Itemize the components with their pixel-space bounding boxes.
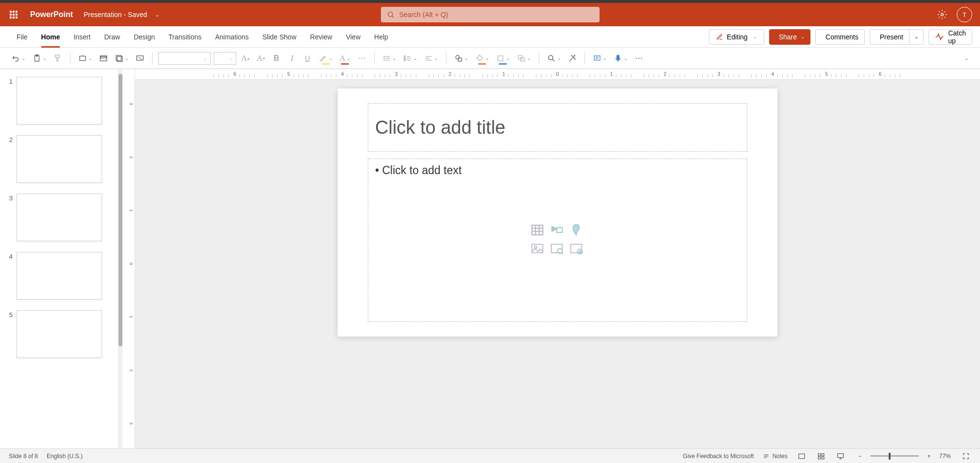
zoom-slider[interactable] [870,455,919,457]
tab-slideshow[interactable]: Slide Show [256,26,303,48]
design-ideas-button[interactable]: ⌄ [591,51,609,66]
ribbon-toolbar: ⌄ ⌄ ⌄ ⌄ ⌄ ⌄ A▴ A▾ B I U ⌄ A⌄ ⋯ ⌄ 123⌄ ⌄ … [0,48,980,69]
ruler-horizontal: 6 5 4 3 2 1 0 1 2 3 4 5 6 [135,69,980,80]
doc-title[interactable]: Presentation - Saved [84,10,147,19]
title-chevron-icon[interactable]: ⌄ [155,12,159,18]
more-commands-button[interactable]: ⋯ [633,51,645,66]
svg-point-2 [941,14,944,16]
increase-font-button[interactable]: A▴ [239,51,252,66]
svg-rect-42 [617,55,619,59]
tab-file[interactable]: File [10,26,34,48]
tab-animations[interactable]: Animations [208,26,256,48]
dictate-button[interactable]: ⌄ [612,51,630,66]
insert-video-icon[interactable] [569,242,584,255]
share-button[interactable]: Share ⌄ [769,29,810,45]
italic-button[interactable]: I [286,51,298,66]
svg-point-18 [384,56,385,57]
normal-view-button[interactable] [796,451,807,462]
insert-online-picture-icon[interactable] [550,242,564,255]
feedback-link[interactable]: Give Feedback to Microsoft [683,453,754,460]
zoom-value[interactable]: 77% [939,453,956,460]
numbering-button[interactable]: 123⌄ [401,51,419,66]
ribbon-collapse-icon[interactable]: ⌄ [963,53,970,63]
app-launcher-icon[interactable] [6,7,21,22]
bold-button[interactable]: B [270,51,283,66]
thumb-number: 1 [5,77,13,85]
slide-info[interactable]: Slide 8 of 8 [9,453,38,460]
reuse-slides-button[interactable]: ⌄ [113,51,131,66]
notes-button[interactable]: Notes [763,453,788,460]
app-name: PowerPoint [30,10,73,19]
more-font-button[interactable]: ⋯ [356,51,368,66]
comments-button[interactable]: Comments [815,29,865,45]
search-input[interactable]: Search (Alt + Q) [381,7,600,22]
svg-rect-41 [594,55,600,60]
tab-help[interactable]: Help [367,26,395,48]
editing-mode-button[interactable]: Editing ⌄ [709,29,764,45]
svg-rect-64 [838,453,843,457]
tab-draw[interactable]: Draw [97,26,127,48]
tab-view[interactable]: View [339,26,367,48]
title-placeholder[interactable]: Click to add title [368,103,747,152]
slideshow-view-button[interactable] [835,451,846,462]
format-painter-button[interactable] [52,51,64,66]
insert-picture-icon[interactable] [530,242,545,255]
undo-button[interactable]: ⌄ [10,51,28,66]
font-name-select[interactable]: ⌄ [158,52,211,65]
align-button[interactable]: ⌄ [422,51,440,66]
find-button[interactable]: ⌄ [545,51,563,66]
svg-point-22 [384,60,385,61]
font-size-select[interactable]: ⌄ [214,52,236,65]
font-color-button[interactable]: A⌄ [338,51,353,66]
display-settings-button[interactable] [134,51,146,66]
underline-button[interactable]: U [301,51,314,66]
slide-thumbnail[interactable] [17,194,102,241]
slide-layout-button[interactable] [97,51,110,66]
zoom-in-button[interactable]: + [924,451,934,462]
tab-home[interactable]: Home [34,26,67,48]
scrollbar-vertical[interactable] [119,69,122,448]
new-slide-button[interactable]: ⌄ [76,51,94,66]
tab-insert[interactable]: Insert [67,26,97,48]
tab-review[interactable]: Review [303,26,339,48]
highlight-button[interactable]: ⌄ [317,51,335,66]
decrease-font-button[interactable]: A▾ [255,51,267,66]
divider [374,53,375,64]
gear-icon[interactable] [937,10,947,19]
slide-thumbnail[interactable] [17,310,102,358]
catchup-button[interactable]: Catch up [928,29,972,45]
thumb-number: 4 [5,252,13,260]
slide-thumbnail[interactable] [17,252,102,300]
svg-rect-35 [498,55,503,61]
present-dropdown[interactable]: ⌄ [909,29,924,45]
avatar[interactable]: T [957,7,972,22]
zoom-out-button[interactable]: − [855,451,865,462]
insert-icon-icon[interactable] [569,223,584,237]
paste-button[interactable]: ⌄ [31,51,49,66]
divider [446,53,447,64]
bullets-button[interactable]: ⌄ [380,51,398,66]
tab-transitions[interactable]: Transitions [162,26,208,48]
insert-table-icon[interactable] [530,223,545,237]
insert-smartart-icon[interactable] [550,223,564,237]
tab-design[interactable]: Design [127,26,162,48]
thumb-number: 3 [5,194,13,202]
svg-rect-63 [822,457,824,459]
content-placeholder[interactable]: Click to add text [368,159,747,322]
slide-thumbnail[interactable] [17,77,102,125]
designer-button[interactable] [566,51,579,66]
slide-thumbnail[interactable] [17,135,102,183]
fit-to-window-button[interactable] [961,451,971,462]
divider [152,53,153,64]
sorter-view-button[interactable] [816,451,826,462]
language-status[interactable]: English (U.S.) [47,453,83,460]
slide-canvas[interactable]: Click to add title Click to add text [338,89,777,337]
shapes-button[interactable]: ⌄ [452,51,470,66]
svg-point-20 [384,58,385,59]
shape-fill-button[interactable]: ⌄ [473,51,491,66]
arrange-button[interactable]: ⌄ [515,51,533,66]
slide-stage[interactable]: Click to add title Click to add text [135,80,980,448]
present-button[interactable]: Present [870,29,909,45]
shape-outline-button[interactable]: ⌄ [494,51,512,66]
ribbon-tabs: File Home Insert Draw Design Transitions… [0,26,980,48]
